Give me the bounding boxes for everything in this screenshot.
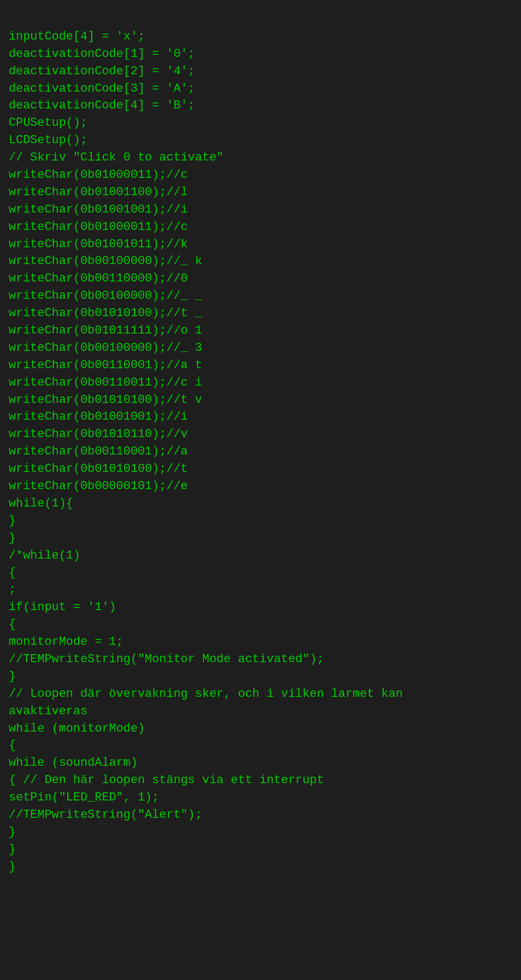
code-line-22: writeChar(0b01001001);//i	[9, 408, 512, 426]
code-line-34: {	[9, 616, 512, 633]
code-line-44: setPin("LED_RED", 1);	[9, 789, 512, 806]
code-line-43: { // Den här loopen stängs via ett inter…	[9, 772, 512, 789]
code-line-17: writeChar(0b01011111);//o 1	[9, 322, 512, 340]
code-line-27: while(1){	[9, 495, 512, 513]
code-line-21: writeChar(0b01010100);//t v	[9, 392, 512, 409]
code-line-16: writeChar(0b01010100);//t _	[9, 305, 512, 322]
code-line-11: writeChar(0b01000011);//c	[9, 219, 512, 236]
code-line-4: deactivationCode[4] = 'B';	[9, 97, 512, 114]
code-line-9: writeChar(0b01001100);//l	[9, 184, 512, 201]
code-line-14: writeChar(0b00110000);//0	[9, 270, 512, 287]
code-line-33: if(input = '1')	[9, 599, 512, 616]
code-line-8: writeChar(0b01000011);//c	[9, 166, 512, 184]
code-line-48: }	[9, 859, 512, 876]
code-line-1: deactivationCode[1] = '0';	[9, 46, 512, 63]
code-line-29: }	[9, 530, 512, 547]
code-line-37: }	[9, 668, 512, 686]
code-line-12: writeChar(0b01001011);//k	[9, 236, 512, 253]
code-line-0: inputCode[4] = 'x';	[9, 28, 512, 46]
code-line-13: writeChar(0b00100000);//_ k	[9, 253, 512, 270]
code-editor: inputCode[4] = 'x';deactivationCode[1] =…	[9, 11, 512, 876]
code-line-2: deactivationCode[2] = '4';	[9, 63, 512, 80]
code-line-42: while (soundAlarm)	[9, 754, 512, 772]
code-line-35: monitorMode = 1;	[9, 633, 512, 651]
code-line-41: {	[9, 737, 512, 754]
code-line-30: /*while(1)	[9, 547, 512, 565]
code-line-40: while (monitorMode)	[9, 720, 512, 738]
code-line-3: deactivationCode[3] = 'A';	[9, 80, 512, 98]
code-line-32: ;	[9, 581, 512, 599]
code-line-23: writeChar(0b01010110);//v	[9, 426, 512, 443]
code-line-28: }	[9, 513, 512, 530]
code-line-24: writeChar(0b00110001);//a	[9, 443, 512, 460]
code-line-46: }	[9, 824, 512, 841]
code-line-18: writeChar(0b00100000);//_ 3	[9, 340, 512, 357]
code-line-36: //TEMPwriteString("Monitor Mode activate…	[9, 651, 512, 668]
code-line-31: {	[9, 565, 512, 582]
code-line-7: // Skriv "Click 0 to activate"	[9, 149, 512, 166]
code-line-15: writeChar(0b00100000);//_ _	[9, 287, 512, 305]
code-line-38: // Loopen där övervakning sker, och i vi…	[9, 686, 512, 703]
code-line-20: writeChar(0b00110011);//c i	[9, 374, 512, 392]
code-line-10: writeChar(0b01001001);//i	[9, 201, 512, 219]
code-line-19: writeChar(0b00110001);//a t	[9, 357, 512, 374]
code-line-26: writeChar(0b00000101);//e	[9, 478, 512, 495]
code-line-5: CPUSetup();	[9, 114, 512, 132]
code-line-47: }	[9, 841, 512, 859]
code-line-25: writeChar(0b01010100);//t	[9, 460, 512, 478]
code-line-39: avaktiveras	[9, 703, 512, 720]
code-line-45: //TEMPwriteString("Alert");	[9, 806, 512, 824]
code-line-6: LCDSetup();	[9, 132, 512, 149]
